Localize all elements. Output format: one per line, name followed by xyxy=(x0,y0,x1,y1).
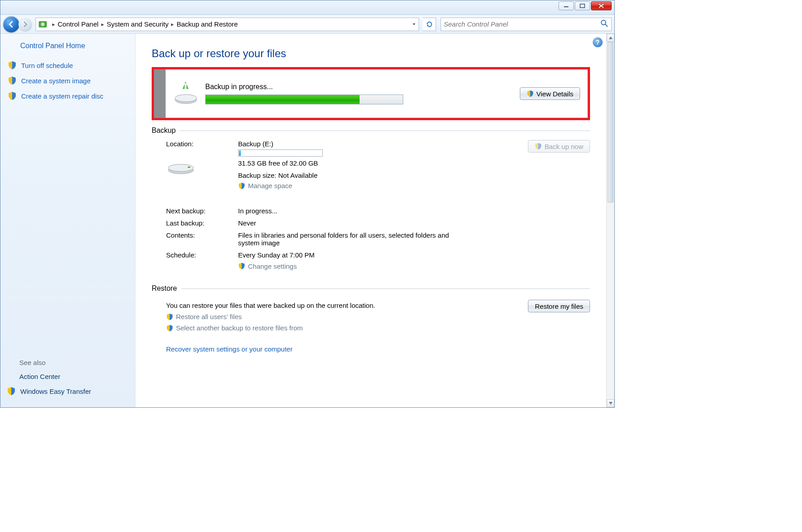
backup-status-text: Backup in progress... xyxy=(205,83,520,91)
last-backup-value: Never xyxy=(238,219,472,227)
restore-my-files-button[interactable]: Restore my files xyxy=(528,300,590,312)
restore-all-users-link[interactable]: Restore all users' files xyxy=(166,313,528,320)
breadcrumb[interactable]: ▸ Control Panel ▸ System and Security ▸ … xyxy=(36,18,419,31)
location-value: Backup (E:) xyxy=(238,140,472,148)
forward-button[interactable] xyxy=(18,18,32,31)
shield-icon xyxy=(166,313,173,320)
link-label: Restore all users' files xyxy=(176,313,242,320)
see-also-header: See also xyxy=(19,359,91,366)
button-label: Restore my files xyxy=(535,302,583,310)
manage-space-link[interactable]: Manage space xyxy=(238,182,292,189)
shield-icon xyxy=(8,61,17,70)
backup-size-text: Backup size: Not Available xyxy=(238,171,472,179)
minimize-button[interactable] xyxy=(559,1,574,10)
vertical-scrollbar[interactable] xyxy=(606,34,614,407)
backup-progress-bar xyxy=(205,95,403,104)
disk-free-text: 31.53 GB free of 32.00 GB xyxy=(238,159,472,167)
button-label: View Details xyxy=(536,90,573,98)
create-system-image-link[interactable]: Create a system image xyxy=(8,76,129,85)
search-input[interactable] xyxy=(444,20,600,28)
svg-point-6 xyxy=(175,95,197,102)
window-titlebar xyxy=(0,0,614,15)
search-box[interactable] xyxy=(441,18,612,31)
breadcrumb-dropdown[interactable] xyxy=(410,18,419,31)
divider xyxy=(180,131,590,131)
action-center-link[interactable]: Action Center xyxy=(19,373,91,380)
button-label: Back up now xyxy=(545,143,583,150)
sidebar: Control Panel Home Turn off schedule Cre… xyxy=(0,34,135,407)
refresh-button[interactable] xyxy=(423,18,436,31)
back-up-now-button[interactable]: Back up now xyxy=(528,140,590,153)
svg-rect-1 xyxy=(580,4,585,8)
sidebar-item-label: Windows Easy Transfer xyxy=(20,388,91,395)
turn-off-schedule-link[interactable]: Turn off schedule xyxy=(8,61,129,70)
contents-value: Files in libraries and personal folders … xyxy=(238,231,454,247)
select-another-backup-link[interactable]: Select another backup to restore files f… xyxy=(166,324,528,332)
shield-icon xyxy=(8,91,17,100)
scroll-up-button[interactable] xyxy=(607,34,614,42)
svg-rect-0 xyxy=(564,6,568,7)
disk-usage-bar-fill xyxy=(239,150,241,156)
sidebar-item-label: Create a system image xyxy=(21,77,90,85)
drive-icon xyxy=(166,157,196,176)
scroll-down-button[interactable] xyxy=(607,399,614,407)
link-label: Select another backup to restore files f… xyxy=(176,324,303,332)
backup-drive-icon xyxy=(173,82,199,106)
disk-usage-bar xyxy=(238,149,323,157)
search-icon[interactable] xyxy=(600,19,608,29)
view-details-button[interactable]: View Details xyxy=(520,87,580,100)
create-repair-disc-link[interactable]: Create a system repair disc xyxy=(8,91,129,100)
shield-icon xyxy=(527,90,534,97)
chevron-right-icon: ▸ xyxy=(101,21,104,27)
link-label: Change settings xyxy=(248,262,297,270)
chevron-right-icon: ▸ xyxy=(52,21,55,27)
close-button[interactable] xyxy=(591,1,612,10)
next-backup-value: In progress... xyxy=(238,207,472,215)
restore-description: You can restore your files that were bac… xyxy=(166,302,528,309)
sidebar-item-label: Turn off schedule xyxy=(21,62,73,69)
change-settings-link[interactable]: Change settings xyxy=(238,262,297,270)
recover-system-settings-link[interactable]: Recover system settings or your computer xyxy=(166,345,590,353)
section-label: Restore xyxy=(152,284,177,293)
shield-icon xyxy=(166,325,173,332)
breadcrumb-item-backup-restore[interactable]: Backup and Restore xyxy=(176,20,238,28)
schedule-label: Schedule: xyxy=(166,251,238,271)
schedule-value: Every Sunday at 7:00 PM xyxy=(238,251,472,259)
scrollbar-track[interactable] xyxy=(607,42,614,399)
page-title: Back up or restore your files xyxy=(152,47,590,60)
last-backup-label: Last backup: xyxy=(166,219,238,227)
control-panel-icon xyxy=(38,19,48,29)
windows-easy-transfer-link[interactable]: Windows Easy Transfer xyxy=(7,387,91,396)
contents-label: Contents: xyxy=(166,231,238,247)
backup-progress-bar-fill xyxy=(206,95,360,104)
back-button[interactable] xyxy=(3,16,19,32)
maximize-button[interactable] xyxy=(575,1,590,10)
shield-icon xyxy=(238,262,245,270)
divider xyxy=(181,289,590,289)
link-label: Manage space xyxy=(248,182,292,189)
panel-accent-stripe xyxy=(154,69,166,118)
shield-icon xyxy=(7,387,16,396)
sidebar-item-label: Create a system repair disc xyxy=(21,92,104,100)
content-pane: ? Back up or restore your files Backup i… xyxy=(135,34,606,407)
next-backup-label: Next backup: xyxy=(166,207,238,215)
svg-rect-9 xyxy=(188,167,190,168)
breadcrumb-item-control-panel[interactable]: Control Panel xyxy=(58,20,99,28)
breadcrumb-item-system-security[interactable]: System and Security xyxy=(107,20,169,28)
shield-icon xyxy=(238,182,245,189)
section-label: Backup xyxy=(152,126,176,135)
svg-point-4 xyxy=(601,20,606,25)
restore-section-header: Restore xyxy=(152,284,590,293)
chevron-right-icon: ▸ xyxy=(171,21,174,27)
shield-icon xyxy=(8,76,17,85)
scrollbar-thumb[interactable] xyxy=(608,42,613,203)
svg-point-3 xyxy=(41,23,45,26)
navigation-bar: ▸ Control Panel ▸ System and Security ▸ … xyxy=(0,15,614,34)
help-icon[interactable]: ? xyxy=(593,37,603,47)
control-panel-home-link[interactable]: Control Panel Home xyxy=(20,42,129,50)
backup-section-header: Backup xyxy=(152,126,590,135)
backup-progress-panel: Backup in progress... View Details xyxy=(152,67,590,120)
shield-icon xyxy=(535,143,542,150)
